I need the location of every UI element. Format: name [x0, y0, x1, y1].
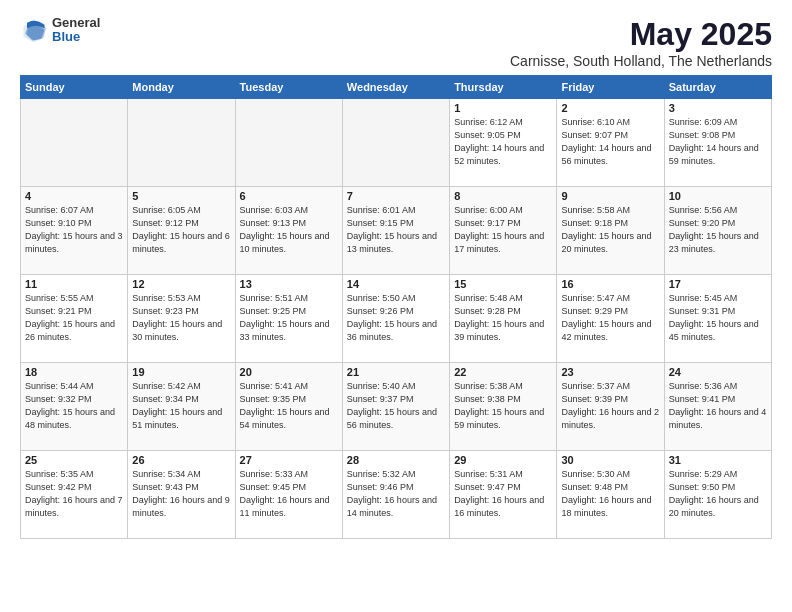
calendar-cell-empty	[21, 99, 128, 187]
day-number: 26	[132, 454, 230, 466]
day-number: 22	[454, 366, 552, 378]
day-number: 16	[561, 278, 659, 290]
day-info: Sunrise: 6:03 AMSunset: 9:13 PMDaylight:…	[240, 204, 338, 256]
day-info: Sunrise: 5:44 AMSunset: 9:32 PMDaylight:…	[25, 380, 123, 432]
day-number: 13	[240, 278, 338, 290]
calendar-cell-empty	[342, 99, 449, 187]
day-number: 12	[132, 278, 230, 290]
calendar-cell-5: 5Sunrise: 6:05 AMSunset: 9:12 PMDaylight…	[128, 187, 235, 275]
day-number: 14	[347, 278, 445, 290]
day-number: 1	[454, 102, 552, 114]
weekday-header-wednesday: Wednesday	[342, 76, 449, 99]
calendar-cell-28: 28Sunrise: 5:32 AMSunset: 9:46 PMDayligh…	[342, 451, 449, 539]
calendar-cell-26: 26Sunrise: 5:34 AMSunset: 9:43 PMDayligh…	[128, 451, 235, 539]
calendar-table: SundayMondayTuesdayWednesdayThursdayFrid…	[20, 75, 772, 539]
calendar-cell-29: 29Sunrise: 5:31 AMSunset: 9:47 PMDayligh…	[450, 451, 557, 539]
calendar-cell-empty	[235, 99, 342, 187]
day-number: 7	[347, 190, 445, 202]
calendar-cell-7: 7Sunrise: 6:01 AMSunset: 9:15 PMDaylight…	[342, 187, 449, 275]
day-info: Sunrise: 5:40 AMSunset: 9:37 PMDaylight:…	[347, 380, 445, 432]
calendar-row-2: 11Sunrise: 5:55 AMSunset: 9:21 PMDayligh…	[21, 275, 772, 363]
logo-text: General Blue	[52, 16, 100, 45]
calendar-row-0: 1Sunrise: 6:12 AMSunset: 9:05 PMDaylight…	[21, 99, 772, 187]
day-info: Sunrise: 5:53 AMSunset: 9:23 PMDaylight:…	[132, 292, 230, 344]
calendar-cell-8: 8Sunrise: 6:00 AMSunset: 9:17 PMDaylight…	[450, 187, 557, 275]
day-number: 30	[561, 454, 659, 466]
day-info: Sunrise: 5:36 AMSunset: 9:41 PMDaylight:…	[669, 380, 767, 432]
day-number: 8	[454, 190, 552, 202]
weekday-header-tuesday: Tuesday	[235, 76, 342, 99]
calendar-cell-2: 2Sunrise: 6:10 AMSunset: 9:07 PMDaylight…	[557, 99, 664, 187]
calendar-cell-12: 12Sunrise: 5:53 AMSunset: 9:23 PMDayligh…	[128, 275, 235, 363]
calendar-cell-16: 16Sunrise: 5:47 AMSunset: 9:29 PMDayligh…	[557, 275, 664, 363]
calendar-cell-25: 25Sunrise: 5:35 AMSunset: 9:42 PMDayligh…	[21, 451, 128, 539]
day-number: 31	[669, 454, 767, 466]
day-number: 28	[347, 454, 445, 466]
logo-blue: Blue	[52, 30, 100, 44]
calendar-cell-22: 22Sunrise: 5:38 AMSunset: 9:38 PMDayligh…	[450, 363, 557, 451]
day-info: Sunrise: 5:48 AMSunset: 9:28 PMDaylight:…	[454, 292, 552, 344]
day-info: Sunrise: 6:10 AMSunset: 9:07 PMDaylight:…	[561, 116, 659, 168]
day-number: 25	[25, 454, 123, 466]
day-number: 11	[25, 278, 123, 290]
day-info: Sunrise: 5:38 AMSunset: 9:38 PMDaylight:…	[454, 380, 552, 432]
day-info: Sunrise: 5:35 AMSunset: 9:42 PMDaylight:…	[25, 468, 123, 520]
day-number: 27	[240, 454, 338, 466]
day-info: Sunrise: 6:00 AMSunset: 9:17 PMDaylight:…	[454, 204, 552, 256]
logo-icon	[20, 16, 48, 44]
day-number: 21	[347, 366, 445, 378]
weekday-header-row: SundayMondayTuesdayWednesdayThursdayFrid…	[21, 76, 772, 99]
day-number: 29	[454, 454, 552, 466]
day-info: Sunrise: 6:09 AMSunset: 9:08 PMDaylight:…	[669, 116, 767, 168]
calendar-cell-17: 17Sunrise: 5:45 AMSunset: 9:31 PMDayligh…	[664, 275, 771, 363]
day-info: Sunrise: 6:05 AMSunset: 9:12 PMDaylight:…	[132, 204, 230, 256]
day-number: 5	[132, 190, 230, 202]
calendar-cell-empty	[128, 99, 235, 187]
day-info: Sunrise: 6:01 AMSunset: 9:15 PMDaylight:…	[347, 204, 445, 256]
weekday-header-thursday: Thursday	[450, 76, 557, 99]
calendar-row-1: 4Sunrise: 6:07 AMSunset: 9:10 PMDaylight…	[21, 187, 772, 275]
calendar-cell-27: 27Sunrise: 5:33 AMSunset: 9:45 PMDayligh…	[235, 451, 342, 539]
weekday-header-saturday: Saturday	[664, 76, 771, 99]
month-title: May 2025	[510, 16, 772, 53]
day-info: Sunrise: 5:51 AMSunset: 9:25 PMDaylight:…	[240, 292, 338, 344]
calendar-cell-24: 24Sunrise: 5:36 AMSunset: 9:41 PMDayligh…	[664, 363, 771, 451]
calendar-cell-4: 4Sunrise: 6:07 AMSunset: 9:10 PMDaylight…	[21, 187, 128, 275]
calendar-cell-10: 10Sunrise: 5:56 AMSunset: 9:20 PMDayligh…	[664, 187, 771, 275]
day-info: Sunrise: 5:31 AMSunset: 9:47 PMDaylight:…	[454, 468, 552, 520]
day-info: Sunrise: 6:07 AMSunset: 9:10 PMDaylight:…	[25, 204, 123, 256]
day-number: 10	[669, 190, 767, 202]
day-info: Sunrise: 5:45 AMSunset: 9:31 PMDaylight:…	[669, 292, 767, 344]
day-number: 23	[561, 366, 659, 378]
calendar-row-4: 25Sunrise: 5:35 AMSunset: 9:42 PMDayligh…	[21, 451, 772, 539]
day-info: Sunrise: 5:32 AMSunset: 9:46 PMDaylight:…	[347, 468, 445, 520]
day-info: Sunrise: 5:58 AMSunset: 9:18 PMDaylight:…	[561, 204, 659, 256]
calendar-cell-31: 31Sunrise: 5:29 AMSunset: 9:50 PMDayligh…	[664, 451, 771, 539]
weekday-header-friday: Friday	[557, 76, 664, 99]
day-number: 9	[561, 190, 659, 202]
day-info: Sunrise: 5:29 AMSunset: 9:50 PMDaylight:…	[669, 468, 767, 520]
day-number: 19	[132, 366, 230, 378]
weekday-header-monday: Monday	[128, 76, 235, 99]
day-info: Sunrise: 5:56 AMSunset: 9:20 PMDaylight:…	[669, 204, 767, 256]
title-area: May 2025 Carnisse, South Holland, The Ne…	[510, 16, 772, 69]
day-number: 2	[561, 102, 659, 114]
calendar-cell-19: 19Sunrise: 5:42 AMSunset: 9:34 PMDayligh…	[128, 363, 235, 451]
calendar-cell-9: 9Sunrise: 5:58 AMSunset: 9:18 PMDaylight…	[557, 187, 664, 275]
day-number: 4	[25, 190, 123, 202]
calendar-cell-15: 15Sunrise: 5:48 AMSunset: 9:28 PMDayligh…	[450, 275, 557, 363]
calendar-row-3: 18Sunrise: 5:44 AMSunset: 9:32 PMDayligh…	[21, 363, 772, 451]
day-info: Sunrise: 6:12 AMSunset: 9:05 PMDaylight:…	[454, 116, 552, 168]
day-number: 15	[454, 278, 552, 290]
day-info: Sunrise: 5:34 AMSunset: 9:43 PMDaylight:…	[132, 468, 230, 520]
day-number: 6	[240, 190, 338, 202]
calendar-cell-23: 23Sunrise: 5:37 AMSunset: 9:39 PMDayligh…	[557, 363, 664, 451]
calendar-cell-3: 3Sunrise: 6:09 AMSunset: 9:08 PMDaylight…	[664, 99, 771, 187]
day-info: Sunrise: 5:42 AMSunset: 9:34 PMDaylight:…	[132, 380, 230, 432]
calendar-cell-1: 1Sunrise: 6:12 AMSunset: 9:05 PMDaylight…	[450, 99, 557, 187]
calendar-cell-20: 20Sunrise: 5:41 AMSunset: 9:35 PMDayligh…	[235, 363, 342, 451]
day-info: Sunrise: 5:30 AMSunset: 9:48 PMDaylight:…	[561, 468, 659, 520]
day-info: Sunrise: 5:55 AMSunset: 9:21 PMDaylight:…	[25, 292, 123, 344]
calendar-cell-6: 6Sunrise: 6:03 AMSunset: 9:13 PMDaylight…	[235, 187, 342, 275]
calendar-cell-21: 21Sunrise: 5:40 AMSunset: 9:37 PMDayligh…	[342, 363, 449, 451]
